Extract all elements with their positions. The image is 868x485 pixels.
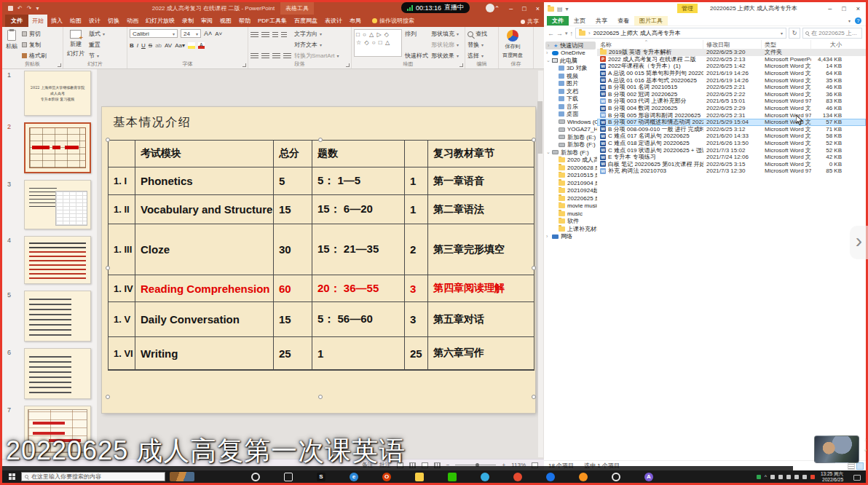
taskbar-icon-file-explorer[interactable] <box>415 473 424 481</box>
chevron-up-icon[interactable]: ^ <box>765 475 767 479</box>
nav-item[interactable]: 上课补充材料 <box>544 225 597 233</box>
slide-table[interactable]: 考试模块总分题数复习教材章节1. IPhonetics55： 1—51第一章语音… <box>108 140 534 371</box>
align-right-icon[interactable] <box>272 52 280 58</box>
music-icon[interactable]: ♪ <box>864 437 867 442</box>
table-handle[interactable] <box>532 138 536 142</box>
nav-item[interactable]: music <box>544 210 597 218</box>
notification-center-icon[interactable] <box>853 475 861 481</box>
taskbar-icon-telegram[interactable] <box>481 473 489 481</box>
slide-canvas[interactable]: 基本情况介绍 考试模块总分题数复习教材章节1. IPhonetics55： 1—… <box>102 107 535 413</box>
ppt-tab-录制[interactable]: 录制 <box>178 15 197 27</box>
slide-title[interactable]: 基本情况介绍 <box>113 115 192 130</box>
table-handle[interactable] <box>318 395 323 399</box>
tell-me-search[interactable]: 操作说明搜索 <box>372 15 414 27</box>
slide-thumbnail[interactable]: 4 <box>2 236 97 284</box>
align-center-icon[interactable] <box>261 52 269 58</box>
explorer-tab-共享[interactable]: 共享 <box>591 16 612 25</box>
shape-effects-button[interactable]: 形状效果▾ <box>431 52 459 60</box>
alert-icon[interactable] <box>810 475 815 479</box>
close-button[interactable]: × <box>536 5 540 12</box>
ppt-tab-开始[interactable]: 开始 <box>28 15 47 27</box>
nav-item[interactable]: 2020 成人高考 书籍 <box>544 157 597 165</box>
nav-item[interactable]: 20220625 成人高考 <box>544 194 597 202</box>
address-breadcrumb[interactable]: › 20220625 上师大 成人高考专升本 ▾ <box>575 28 786 39</box>
ppt-tab-帮助[interactable]: 帮助 <box>235 15 254 27</box>
highlight-color-icon[interactable] <box>188 42 195 49</box>
nav-item[interactable]: 20210515 成人高考 <box>544 172 597 180</box>
nav-item[interactable]: movie music <box>544 202 597 210</box>
indent-decrease-icon[interactable] <box>272 31 278 37</box>
paragraph-dialog-launcher[interactable] <box>346 63 350 67</box>
explorer-tab-查看[interactable]: 查看 <box>612 16 634 25</box>
nav-item[interactable]: ›OneDrive <box>544 50 597 58</box>
up-icon[interactable]: ↑ <box>570 30 574 37</box>
bold-button[interactable]: B <box>130 42 134 49</box>
manage-contextual-tab[interactable]: 管理 <box>677 4 698 13</box>
collapse-icon[interactable]: ▾ <box>864 448 867 454</box>
nav-item[interactable]: 视频 <box>544 72 597 80</box>
shrink-font-icon[interactable]: A˅ <box>215 31 222 37</box>
taskbar-icon-office-red[interactable]: O <box>382 473 391 481</box>
qat-dropdown-icon[interactable]: ▾ <box>36 5 39 12</box>
quick-styles-button[interactable]: 快速样式 <box>405 52 428 60</box>
ppt-tab-百度网盘[interactable]: 百度网盘 <box>291 15 321 27</box>
ppt-tab-布局[interactable]: 布局 <box>346 15 365 27</box>
taskbar-icon-wechat[interactable] <box>448 473 457 481</box>
ppt-tab-插入[interactable]: 插入 <box>47 15 66 27</box>
share-button[interactable]: 共享 <box>521 17 539 25</box>
explorer-tab-图片工具[interactable]: 图片工具 <box>634 16 668 25</box>
font-color-icon[interactable]: A <box>198 42 205 49</box>
nav-item[interactable]: 3D 对象 <box>544 65 597 73</box>
shadow-button[interactable]: ab <box>155 42 162 49</box>
save-icon[interactable] <box>8 6 13 11</box>
reset-button[interactable]: 重置 <box>89 41 105 49</box>
search-highlight-widget[interactable] <box>170 472 194 481</box>
nav-item[interactable]: ⌄新加卷 (F:) <box>544 149 597 157</box>
taskbar-icon-task-view[interactable] <box>284 473 293 481</box>
arrange-button[interactable]: 排列 <box>405 30 428 38</box>
column-header-名称[interactable]: 名称 <box>597 40 703 49</box>
undo-icon[interactable]: ↶ <box>17 5 23 12</box>
shape-outline-button[interactable]: 形状轮廓▾ <box>431 41 459 49</box>
strikethrough-button[interactable]: S <box>149 42 152 49</box>
slide-thumbnail[interactable]: 5 <box>2 291 97 342</box>
nav-item[interactable]: 下载 <box>544 95 597 103</box>
nav-item[interactable]: 软件 <box>544 218 597 226</box>
column-header-修改日期[interactable]: 修改日期 <box>703 40 762 49</box>
explorer-qat-dropdown-icon[interactable]: ▾ <box>566 6 569 12</box>
shape-fill-button[interactable]: 形状填充▾ <box>431 30 459 38</box>
taskbar-icon-settings-gear[interactable] <box>612 473 620 481</box>
taskbar-icon-app-blue[interactable] <box>546 473 555 481</box>
select-button[interactable]: 选择▾ <box>467 52 487 60</box>
drawing-dialog-launcher[interactable] <box>459 63 463 67</box>
column-header-类型[interactable]: 类型 <box>762 40 811 49</box>
taskbar-icon-app-s[interactable]: S <box>317 473 326 481</box>
column-header-大小[interactable]: 大小 <box>811 40 846 49</box>
taskbar-icon-app-orange[interactable] <box>579 473 588 481</box>
nav-item[interactable]: 图片 <box>544 80 597 88</box>
nav-item[interactable]: YOGA27_HDD (D:) <box>544 126 597 134</box>
ppt-tab-视图[interactable]: 视图 <box>216 15 235 27</box>
slide-thumbnail[interactable]: 6 <box>2 348 97 399</box>
chat-icon[interactable] <box>786 475 791 479</box>
font-family-select[interactable]: Calibri▾ <box>130 29 178 38</box>
recent-icon[interactable]: ▾ <box>565 31 568 36</box>
back-icon[interactable]: ← <box>548 30 554 37</box>
table-handle[interactable] <box>106 395 110 399</box>
explorer-close-button[interactable]: × <box>856 5 860 12</box>
copy-button[interactable]: 复制 <box>22 41 47 49</box>
find-button[interactable]: 查找 <box>467 30 487 38</box>
table-handle[interactable] <box>532 395 536 399</box>
table-handle[interactable] <box>106 138 110 142</box>
nav-item[interactable]: ›★快速访问 <box>545 42 596 50</box>
explorer-tab-主页[interactable]: 主页 <box>569 16 591 25</box>
nav-item[interactable]: 文档 <box>544 87 597 95</box>
align-left-icon[interactable] <box>250 52 259 58</box>
taskbar-icon-cortana[interactable] <box>251 473 260 481</box>
nav-item[interactable]: 桌面 <box>544 111 597 119</box>
maximize-button[interactable]: □ <box>522 5 526 12</box>
table-handle[interactable] <box>532 266 536 270</box>
ppt-tab-设计[interactable]: 设计 <box>85 15 104 27</box>
minimize-button[interactable]: – <box>509 5 513 12</box>
ppt-tab-表设计[interactable]: 表设计 <box>321 15 346 27</box>
